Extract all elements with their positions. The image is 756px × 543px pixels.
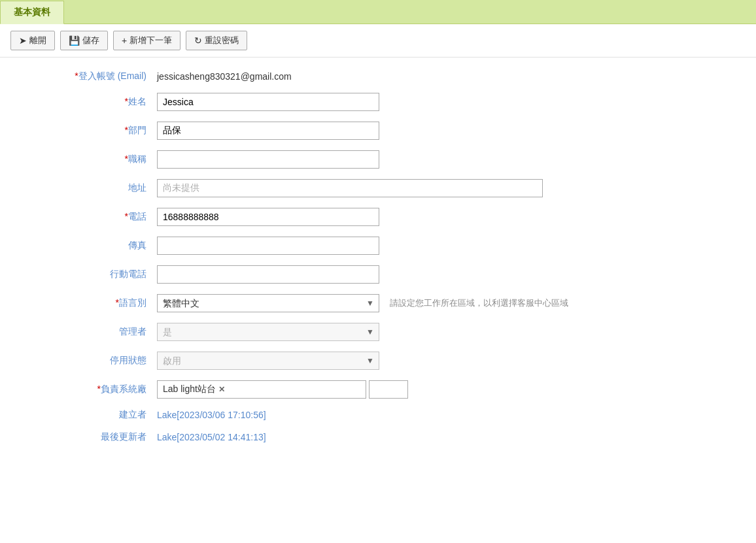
reset-icon: ↻: [194, 35, 202, 46]
reset-password-label: 重設密碼: [205, 35, 239, 46]
leave-button[interactable]: ➤ 離開: [10, 31, 55, 50]
fax-row: 傳真: [26, 237, 730, 255]
add-next-label: 新增下一筆: [129, 35, 172, 46]
mobile-input[interactable]: [157, 265, 379, 284]
manager-select-wrapper: 是 否 ▼: [157, 323, 379, 341]
tab-bar: 基本資料: [0, 0, 756, 24]
updater-value: Lake[2023/05/02 14:41:13]: [157, 432, 266, 442]
vendor-extra-input[interactable]: [369, 380, 408, 399]
name-row: *姓名: [26, 93, 730, 111]
leave-icon: ➤: [19, 35, 27, 46]
language-select-wrapper: 繁體中文 English 简体中文 ▼: [157, 294, 379, 312]
tab-basic-info[interactable]: 基本資料: [0, 1, 64, 24]
add-icon: +: [122, 35, 127, 46]
status-select-wrapper: 啟用 停用 ▼: [157, 352, 379, 370]
address-label: 地址: [26, 182, 157, 194]
name-input[interactable]: [157, 93, 379, 111]
address-input[interactable]: [157, 179, 543, 197]
leave-label: 離開: [29, 35, 46, 46]
manager-row: 管理者 是 否 ▼: [26, 323, 730, 341]
email-label: *登入帳號 (Email): [26, 71, 157, 82]
department-label: *部門: [26, 125, 157, 137]
email-value: jessicasheng830321@gmail.com: [157, 71, 292, 82]
department-input[interactable]: [157, 122, 379, 140]
manager-select[interactable]: 是 否: [157, 323, 379, 341]
creator-label: 建立者: [26, 409, 157, 421]
title-label: *職稱: [26, 154, 157, 165]
vendor-label: *負責系統廠: [26, 384, 157, 395]
name-label: *姓名: [26, 96, 157, 108]
language-label: *語言別: [26, 297, 157, 309]
language-select[interactable]: 繁體中文 English 简体中文: [157, 294, 379, 312]
toolbar: ➤ 離開 💾 儲存 + 新增下一筆 ↻ 重設密碼: [0, 24, 756, 58]
updater-row: 最後更新者 Lake[2023/05/02 14:41:13]: [26, 431, 730, 443]
language-hint: 請設定您工作所在區域，以利選擇客服中心區域: [390, 297, 568, 309]
mobile-label: 行動電話: [26, 269, 157, 280]
vendor-tag-remove[interactable]: ✕: [218, 385, 225, 394]
save-label: 儲存: [82, 35, 99, 46]
vendor-tag: Lab light站台 ✕: [163, 384, 225, 395]
mobile-row: 行動電話: [26, 265, 730, 284]
title-row: *職稱: [26, 150, 730, 169]
phone-row: *電話: [26, 208, 730, 226]
fax-label: 傳真: [26, 240, 157, 252]
creator-value: Lake[2023/03/06 17:10:56]: [157, 410, 266, 420]
status-label: 停用狀態: [26, 355, 157, 367]
phone-input[interactable]: [157, 208, 379, 226]
save-icon: 💾: [69, 35, 80, 46]
form-container: *登入帳號 (Email) jessicasheng830321@gmail.c…: [0, 58, 756, 467]
vendor-tag-label: Lab light站台: [163, 384, 216, 395]
email-row: *登入帳號 (Email) jessicasheng830321@gmail.c…: [26, 71, 730, 82]
language-row: *語言別 繁體中文 English 简体中文 ▼ 請設定您工作所在區域，以利選擇…: [26, 294, 730, 312]
title-input[interactable]: [157, 150, 379, 169]
save-button[interactable]: 💾 儲存: [60, 31, 108, 50]
creator-row: 建立者 Lake[2023/03/06 17:10:56]: [26, 409, 730, 421]
status-row: 停用狀態 啟用 停用 ▼: [26, 352, 730, 370]
manager-label: 管理者: [26, 326, 157, 338]
tab-label: 基本資料: [14, 7, 50, 17]
fax-input[interactable]: [157, 237, 379, 255]
vendor-tag-input[interactable]: Lab light站台 ✕: [157, 380, 366, 399]
updater-label: 最後更新者: [26, 431, 157, 443]
reset-password-button[interactable]: ↻ 重設密碼: [186, 31, 247, 50]
vendor-row: *負責系統廠 Lab light站台 ✕: [26, 380, 730, 399]
add-next-button[interactable]: + 新增下一筆: [113, 31, 180, 50]
phone-label: *電話: [26, 211, 157, 223]
department-row: *部門: [26, 122, 730, 140]
status-select[interactable]: 啟用 停用: [157, 352, 379, 370]
address-row: 地址: [26, 179, 730, 197]
